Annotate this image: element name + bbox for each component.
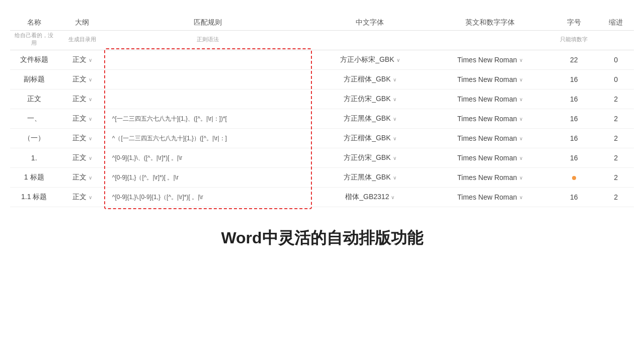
col-header-pattern: 匹配规则: [106, 15, 310, 31]
cell-pattern[interactable]: [106, 50, 310, 70]
cell-outline[interactable]: 正文∨: [58, 89, 106, 109]
cell-pattern[interactable]: ^（[一二三四五六七八九十]{1,}）([^。|\r|：]: [106, 129, 310, 148]
style-table: 名称 大纲 匹配规则 中文字体 英文和数字字体 字号 缩进: [10, 15, 634, 207]
col-header-name: 名称: [10, 15, 58, 31]
cell-name: 副标题: [10, 70, 58, 89]
cell-en-font[interactable]: Times New Roman∨: [430, 50, 550, 70]
cell-cn-font[interactable]: 方正楷体_GBK∨: [310, 70, 430, 89]
col-header-cn-font: 中文字体: [310, 15, 430, 31]
table-row: 副标题正文∨方正楷体_GBK∨Times New Roman∨160: [10, 70, 634, 89]
col-subheader-size: 只能填数字: [550, 31, 598, 50]
cell-indent[interactable]: 2: [598, 188, 634, 207]
cell-cn-font[interactable]: 方正黑体_GBK∨: [310, 109, 430, 129]
cell-name: 正文: [10, 89, 58, 109]
col-subheader-name: 给自己看的，没用: [10, 31, 58, 50]
cell-en-font[interactable]: Times New Roman∨: [430, 89, 550, 109]
cell-outline[interactable]: 正文∨: [58, 129, 106, 148]
cell-en-font[interactable]: Times New Roman∨: [430, 168, 550, 188]
cell-pattern[interactable]: [106, 70, 310, 89]
cell-size[interactable]: 16: [550, 70, 598, 89]
cell-en-font[interactable]: Times New Roman∨: [430, 148, 550, 168]
col-header-size: 字号: [550, 15, 598, 31]
cell-size[interactable]: 16: [550, 129, 598, 148]
cell-en-font[interactable]: Times New Roman∨: [430, 70, 550, 89]
table-row: 正文正文∨方正仿宋_GBK∨Times New Roman∨162: [10, 89, 634, 109]
main-table-container: 名称 大纲 匹配规则 中文字体 英文和数字字体 字号 缩进: [10, 15, 634, 207]
cell-indent[interactable]: 2: [598, 89, 634, 109]
cell-pattern[interactable]: ^[一二三四五六七八九十]{1,}、([^。|\r|：])*[: [106, 109, 310, 129]
cell-size[interactable]: 16: [550, 188, 598, 207]
cell-indent[interactable]: 0: [598, 50, 634, 70]
cell-name: 1.: [10, 148, 58, 168]
table-row: 文件标题正文∨方正小标宋_GBK∨Times New Roman∨220: [10, 50, 634, 70]
cell-indent[interactable]: 2: [598, 168, 634, 188]
cell-en-font[interactable]: Times New Roman∨: [430, 188, 550, 207]
cell-indent[interactable]: 2: [598, 129, 634, 148]
cell-cn-font[interactable]: 方正黑体_GBK∨: [310, 168, 430, 188]
table-row: 1.正文∨^[0-9]{1,}\、([^。|\r]*)[ 。|\r方正仿宋_GB…: [10, 148, 634, 168]
cell-cn-font[interactable]: 方正小标宋_GBK∨: [310, 50, 430, 70]
cell-cn-font[interactable]: 方正仿宋_GBK∨: [310, 89, 430, 109]
col-header-outline: 大纲: [58, 15, 106, 31]
cell-pattern[interactable]: ^[0-9]{1,}\、([^。|\r]*)[ 。|\r: [106, 148, 310, 168]
orange-dot-indicator: [572, 176, 576, 180]
cell-name: 文件标题: [10, 50, 58, 70]
col-subheader-outline: 生成目录用: [58, 31, 106, 50]
cell-indent[interactable]: 0: [598, 70, 634, 89]
cell-outline[interactable]: 正文∨: [58, 50, 106, 70]
col-subheader-en-font: [430, 31, 550, 50]
cell-size[interactable]: 16: [550, 148, 598, 168]
table-row: 1 标题正文∨^[0-9]{1,}（[^。|\r]*)[ 。|\r方正黑体_GB…: [10, 168, 634, 188]
cell-size[interactable]: [550, 168, 598, 188]
cell-cn-font[interactable]: 楷体_GB2312∨: [310, 188, 430, 207]
cell-indent[interactable]: 2: [598, 109, 634, 129]
table-row: 1.1 标题正文∨^[0-9]{1,}\.[0-9]{1,}（[^。|\r]*)…: [10, 188, 634, 207]
cell-name: 1.1 标题: [10, 188, 58, 207]
cell-size[interactable]: 16: [550, 89, 598, 109]
cell-name: 1 标题: [10, 168, 58, 188]
cell-outline[interactable]: 正文∨: [58, 70, 106, 89]
table-row: （一）正文∨^（[一二三四五六七八九十]{1,}）([^。|\r|：]方正楷体_…: [10, 129, 634, 148]
cell-name: （一）: [10, 129, 58, 148]
cell-outline[interactable]: 正文∨: [58, 168, 106, 188]
cell-pattern[interactable]: ^[0-9]{1,}\.[0-9]{1,}（[^。|\r]*)[ 。|\r: [106, 188, 310, 207]
col-subheader-cn-font: [310, 31, 430, 50]
footer-title: Word中灵活的自动排版功能: [221, 227, 423, 249]
cell-cn-font[interactable]: 方正仿宋_GBK∨: [310, 148, 430, 168]
cell-en-font[interactable]: Times New Roman∨: [430, 129, 550, 148]
col-subheader-pattern: 正则语法: [106, 31, 310, 50]
table-row: 一、正文∨^[一二三四五六七八九十]{1,}、([^。|\r|：])*[方正黑体…: [10, 109, 634, 129]
cell-outline[interactable]: 正文∨: [58, 188, 106, 207]
cell-size[interactable]: 16: [550, 109, 598, 129]
cell-size[interactable]: 22: [550, 50, 598, 70]
cell-pattern[interactable]: ^[0-9]{1,}（[^。|\r]*)[ 。|\r: [106, 168, 310, 188]
col-header-indent: 缩进: [598, 15, 634, 31]
col-subheader-indent: [598, 31, 634, 50]
cell-name: 一、: [10, 109, 58, 129]
cell-cn-font[interactable]: 方正楷体_GBK∨: [310, 129, 430, 148]
col-header-en-font: 英文和数字字体: [430, 15, 550, 31]
cell-en-font[interactable]: Times New Roman∨: [430, 109, 550, 129]
cell-indent[interactable]: 2: [598, 148, 634, 168]
cell-outline[interactable]: 正文∨: [58, 109, 106, 129]
cell-pattern[interactable]: [106, 89, 310, 109]
cell-outline[interactable]: 正文∨: [58, 148, 106, 168]
